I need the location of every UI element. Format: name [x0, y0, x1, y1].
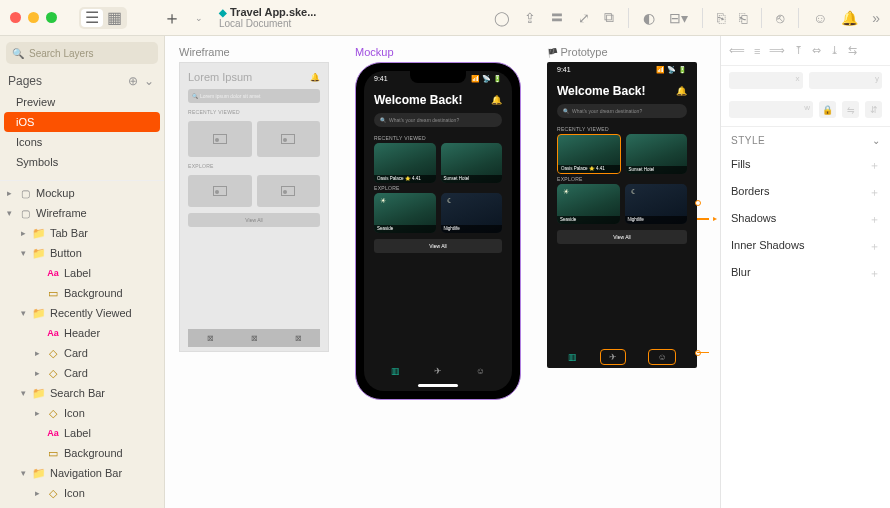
add-blur-button[interactable]: ＋ [869, 266, 880, 281]
components-view-icon[interactable]: ▦ [103, 9, 125, 27]
lock-aspect-icon[interactable]: 🔒 [819, 101, 836, 118]
flip-v-icon[interactable]: ⇵ [865, 101, 882, 118]
page-icons[interactable]: Icons [0, 132, 164, 152]
layer-card[interactable]: ▸◇Card [0, 343, 164, 363]
artboard-label-prototype[interactable]: Prototype [547, 46, 697, 58]
prototype-link-line [697, 218, 709, 220]
section-explore: EXPLORE [364, 183, 512, 193]
artboard-wireframe[interactable]: Lorem Ipsum🔔 🔍Lorem ipsum dolor sit amet… [179, 62, 329, 352]
scale-icon[interactable]: ⧉ [604, 9, 614, 26]
search-icon: 🔍 [380, 117, 386, 123]
link-icon[interactable]: ⎋ [776, 10, 784, 26]
layer-icon[interactable]: ▸◇Icon [0, 403, 164, 423]
add-inner-shadow-button[interactable]: ＋ [869, 239, 880, 254]
distribute-icon[interactable]: ⇆ [848, 44, 857, 57]
collapse-pages-icon[interactable]: ⌄ [144, 74, 154, 88]
welcome-title: Welcome Back! [374, 93, 462, 107]
hotspot-card-oasis[interactable]: Oasis Palace ⭐ 4.41 [557, 134, 621, 174]
image-placeholder-icon [281, 186, 295, 196]
tab-home-icon: ▥ [391, 366, 400, 376]
artboard-prototype[interactable]: 9:41📶 📡 🔋 Welcome Back!🔔 🔍What's your dr… [547, 62, 697, 368]
align-bottom-icon[interactable]: ⤓ [830, 44, 839, 57]
image-placeholder-icon [213, 134, 227, 144]
card-seaside: ☀Seaside [557, 184, 620, 224]
search-layers-input[interactable]: 🔍 Search Layers [6, 42, 158, 64]
canvas[interactable]: Wireframe Lorem Ipsum🔔 🔍Lorem ipsum dolo… [165, 36, 720, 508]
add-border-button[interactable]: ＋ [869, 185, 880, 200]
align-center-h-icon[interactable]: ≡ [754, 45, 760, 57]
blur-label: Blur [731, 266, 751, 281]
field-x[interactable]: x [729, 72, 803, 89]
view-mode-segment[interactable]: ☰ ▦ [79, 7, 127, 29]
artboard-label-wireframe[interactable]: Wireframe [179, 46, 329, 58]
status-time: 9:41 [557, 66, 571, 74]
card-seaside: ☀Seaside [374, 193, 436, 233]
layer-recently-viewed[interactable]: ▾📁Recently Viewed [0, 303, 164, 323]
prototype-link-dot[interactable] [695, 200, 701, 206]
layer-search-bar[interactable]: ▾📁Search Bar [0, 383, 164, 403]
collaborate-icon[interactable]: ☺ [813, 10, 827, 26]
pages-header: Pages [8, 74, 42, 88]
layer-tab-bar[interactable]: ▸📁Tab Bar [0, 223, 164, 243]
forward-icon[interactable]: ⎘ [717, 10, 725, 26]
page-symbols[interactable]: Symbols [0, 152, 164, 172]
resize-icon[interactable]: ⤢ [578, 10, 590, 26]
boolean-dropdown[interactable]: ⊟▾ [669, 10, 688, 26]
fullscreen-icon[interactable] [46, 12, 57, 23]
mask-icon[interactable]: ◐ [643, 10, 655, 26]
layer-label-text[interactable]: AaLabel [0, 263, 164, 283]
style-collapse-icon[interactable]: ⌄ [872, 135, 881, 146]
field-w[interactable]: w [729, 101, 813, 118]
layer-header-text[interactable]: AaHeader [0, 323, 164, 343]
create-symbol-icon[interactable]: ◯ [494, 10, 510, 26]
home-indicator [418, 384, 458, 387]
artboard-mockup[interactable]: 9:41📶 📡 🔋 Welcome Back!🔔 🔍What's your dr… [355, 62, 521, 400]
wf-section-explore: EXPLORE [188, 163, 320, 169]
layer-artboard-mockup[interactable]: ▸▢Mockup [0, 183, 164, 203]
layer-icon[interactable]: ▸◇Icon [0, 483, 164, 503]
sun-icon: ☀ [563, 188, 569, 196]
layer-label-text[interactable]: AaLabel [0, 423, 164, 443]
backward-icon[interactable]: ⎗ [739, 10, 747, 26]
layer-background-shape[interactable]: ▭Background [0, 283, 164, 303]
add-shadow-button[interactable]: ＋ [869, 212, 880, 227]
layer-label: Button [50, 247, 82, 259]
separator [761, 8, 762, 28]
separator [702, 8, 703, 28]
hotspot-tab-flights[interactable]: ✈ [600, 349, 626, 365]
notifications-icon[interactable]: 🔔 [841, 10, 858, 26]
close-icon[interactable] [10, 12, 21, 23]
align-right-icon[interactable]: ⟹ [769, 44, 785, 57]
page-preview[interactable]: Preview [0, 92, 164, 112]
insert-button[interactable]: ＋ [159, 6, 185, 30]
layer-navigation-bar[interactable]: ▾📁Navigation Bar [0, 463, 164, 483]
field-y[interactable]: y [809, 72, 883, 89]
align-icon[interactable]: 〓 [550, 9, 564, 27]
add-page-icon[interactable]: ⊕ [128, 74, 138, 88]
folder-icon: 📁 [32, 227, 46, 240]
moon-icon: ☾ [447, 197, 453, 205]
section-recent: RECENTLY VIEWED [547, 124, 697, 134]
layer-artboard-wireframe[interactable]: ▾▢Wireframe [0, 203, 164, 223]
align-top-icon[interactable]: ⤒ [794, 44, 803, 57]
diamond-icon: ◇ [46, 487, 60, 500]
page-ios[interactable]: iOS [4, 112, 160, 132]
minimize-icon[interactable] [28, 12, 39, 23]
artboard-label-mockup[interactable]: Mockup [355, 46, 521, 58]
layer-card[interactable]: ▸◇Card [0, 363, 164, 383]
layer-background-shape[interactable]: ▭Background [0, 443, 164, 463]
device-notch [410, 71, 466, 83]
add-fill-button[interactable]: ＋ [869, 158, 880, 173]
window-controls[interactable] [10, 12, 57, 23]
overflow-icon[interactable]: » [872, 10, 880, 26]
align-middle-v-icon[interactable]: ⇔ [812, 44, 821, 57]
layer-button[interactable]: ▾📁Button [0, 243, 164, 263]
insert-dropdown-icon[interactable]: ⌄ [195, 13, 203, 23]
search-icon: 🔍 [192, 93, 198, 99]
hotspot-tab-profile[interactable]: ☺ [648, 349, 675, 365]
image-placeholder-icon [213, 186, 227, 196]
align-left-icon[interactable]: ⟸ [729, 44, 745, 57]
flip-h-icon[interactable]: ⇋ [842, 101, 859, 118]
edit-icon[interactable]: ⇪ [524, 10, 536, 26]
layers-view-icon[interactable]: ☰ [81, 9, 103, 27]
